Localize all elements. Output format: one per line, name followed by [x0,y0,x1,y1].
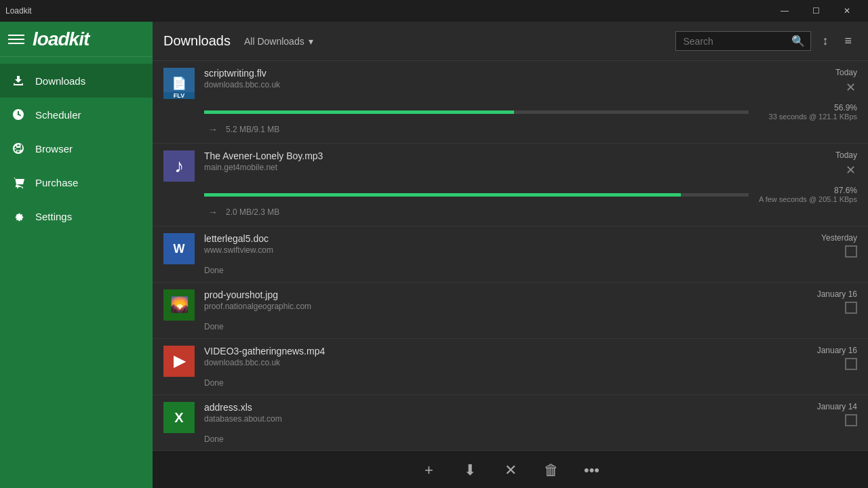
file-size: 2.0 MB/2.3 MB [226,207,279,217]
item-checkbox[interactable] [845,245,857,258]
item-actions [845,302,857,314]
download-list: 📄FLV scriptwriting.flv downloads.bbc.co.… [153,61,868,451]
item-actions: ✕ [844,80,857,95]
search-button[interactable]: 🔍 [791,35,805,47]
file-status: Done [204,266,224,275]
file-status: Done [204,378,224,388]
file-info: The Avener-Lonely Boy.mp3 main.get4mobil… [204,150,803,172]
filter-dropdown[interactable]: All Downloads ▾ [239,33,319,49]
scheduler-icon [11,107,26,122]
size-row: Done [163,266,857,275]
titlebar-controls: — ☐ ✕ [769,0,863,22]
view-button[interactable]: ≡ [839,31,857,51]
file-name: scriptwriting.flv [204,68,803,79]
progress-time: A few seconds @ 205.1 KBps [759,195,857,203]
item-header-row: 🌄 prod-yourshot.jpg proof.nationalgeogra… [163,289,857,321]
file-url: downloads.bbc.co.uk [204,80,803,89]
item-actions [845,358,857,370]
file-name: address.xls [204,402,803,413]
item-date: Today [835,150,857,160]
maximize-button[interactable]: ☐ [800,0,831,22]
file-status: Done [204,322,224,331]
item-header-row: X address.xls databases.about.com Januar… [163,402,857,433]
file-info: prod-yourshot.jpg proof.nationalgeograph… [204,289,803,311]
item-date: Yesterday [821,233,857,243]
search-box: 🔍 [675,31,811,51]
sidebar-nav: Downloads Scheduler Browser [0,57,153,240]
file-info: address.xls databases.about.com [204,402,803,424]
progress-bar-container [204,110,749,114]
close-item-button[interactable]: ✕ [844,163,857,178]
download-icon [11,73,26,88]
minimize-button[interactable]: — [769,0,800,22]
file-info: letterlegal5.doc www.swiftview.com [204,233,803,255]
size-row: Done [163,378,857,388]
file-url: databases.about.com [204,414,803,424]
item-top: ▶ VIDEO3-gatheringnews.mp4 downloads.bbc… [163,346,803,377]
close-item-button[interactable]: ✕ [844,80,857,95]
size-row: Done [163,322,857,331]
progress-bar-container [204,193,749,197]
item-top: W letterlegal5.doc www.swiftview.com [163,233,803,264]
cancel-button[interactable]: ✕ [497,457,524,484]
file-thumbnail: W [163,233,195,264]
item-checkbox[interactable] [845,414,857,426]
download-button[interactable]: ⬇ [456,457,484,484]
close-button[interactable]: ✕ [831,0,863,22]
file-thumbnail: ▶ [163,346,195,377]
file-url: www.swiftview.com [204,245,803,255]
file-status: Done [204,434,224,444]
more-button[interactable]: ••• [578,457,606,484]
delete-button[interactable]: 🗑 [538,457,565,484]
item-checkbox[interactable] [845,302,857,314]
list-item: W letterlegal5.doc www.swiftview.com Yes… [153,226,868,283]
file-name: prod-yourshot.jpg [204,289,803,300]
file-thumbnail: 🌄 [163,289,195,321]
add-button[interactable]: + [416,457,443,484]
search-icon: 🔍 [791,35,805,47]
item-header-row: ▶ VIDEO3-gatheringnews.mp4 downloads.bbc… [163,346,857,377]
open-folder-button[interactable]: → [204,205,222,219]
hamburger-menu[interactable] [8,31,24,47]
file-name: letterlegal5.doc [204,233,803,244]
sidebar-item-settings[interactable]: Settings [0,199,153,233]
file-thumbnail: X [163,402,195,433]
content-header-left: Downloads All Downloads ▾ [163,33,319,49]
progress-time: 33 seconds @ 121.1 KBps [769,113,857,121]
list-item: 📄FLV scriptwriting.flv downloads.bbc.co.… [153,61,868,144]
sidebar-header: loadkit [0,22,153,57]
item-date: January 16 [817,346,857,355]
sidebar-item-downloads-label: Downloads [35,75,85,87]
open-folder-button[interactable]: → [204,123,222,136]
sidebar-item-scheduler[interactable]: Scheduler [0,98,153,131]
search-input[interactable] [683,36,791,47]
progress-row: 56.9% 33 seconds @ 121.1 KBps [163,103,857,121]
item-date: Today [835,68,857,77]
sidebar: loadkit Downloads Scheduler [0,22,153,488]
sidebar-item-scheduler-label: Scheduler [35,109,81,121]
progress-row: 87.6% A few seconds @ 205.1 KBps [163,186,857,203]
file-url: main.get4mobile.net [204,163,803,172]
list-item: ♪ The Avener-Lonely Boy.mp3 main.get4mob… [153,144,868,226]
item-date: January 16 [817,289,857,299]
item-header-row: W letterlegal5.doc www.swiftview.com Yes… [163,233,857,264]
content-area: Downloads All Downloads ▾ 🔍 ↕ ≡ [153,22,868,488]
sidebar-item-browser[interactable]: Browser [0,131,153,165]
file-url: proof.nationalgeographic.com [204,302,803,311]
sidebar-item-purchase[interactable]: Purchase [0,165,153,199]
file-thumbnail: 📄FLV [163,68,195,99]
progress-percent: 87.6% [776,186,857,195]
sidebar-item-settings-label: Settings [35,211,72,222]
item-date: January 14 [817,402,857,411]
sidebar-item-browser-label: Browser [35,143,73,155]
item-top: X address.xls databases.about.com [163,402,803,433]
item-checkbox[interactable] [845,358,857,370]
file-thumbnail: ♪ [163,150,195,182]
file-url: downloads.bbc.co.uk [204,358,803,367]
page-title: Downloads [163,33,231,49]
file-name: The Avener-Lonely Boy.mp3 [204,150,803,161]
sidebar-item-downloads[interactable]: Downloads [0,64,153,98]
size-row: → 5.2 MB/9.1 MB [163,123,857,136]
sort-button[interactable]: ↕ [816,31,833,51]
item-actions [845,245,857,258]
